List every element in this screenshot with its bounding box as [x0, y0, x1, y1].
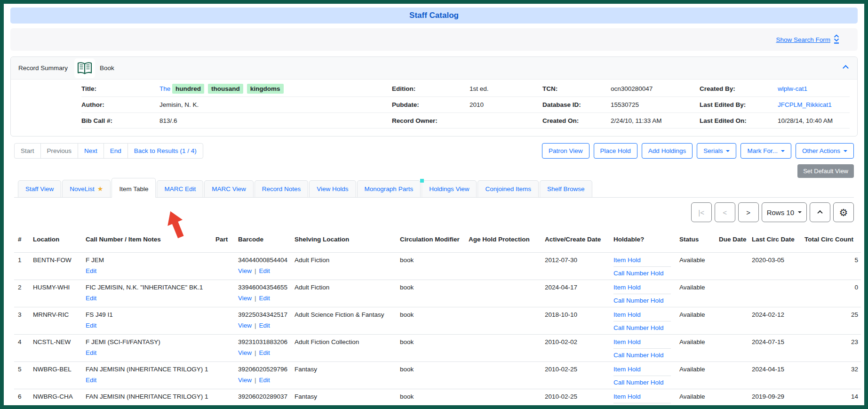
tab-record-notes[interactable]: Record Notes — [255, 180, 309, 198]
book-icon — [74, 58, 95, 78]
cell-text: F JEM — [86, 257, 210, 264]
edit-item-link[interactable]: Edit — [259, 404, 270, 409]
chevron-up-icon — [817, 210, 822, 216]
cell-active-create-date: 2018-10-10 — [542, 307, 611, 334]
column-header: Shelving Location — [292, 228, 397, 252]
cell-total-circ-count: 23 — [802, 334, 861, 361]
cell-barcode: 34044000854404View|Edit — [235, 252, 292, 280]
grid-settings-button[interactable]: ⚙ — [833, 202, 854, 222]
edit-call-number-link[interactable]: Edit — [86, 349, 96, 356]
bib-call-label: Bib Call #: — [81, 117, 159, 124]
item-links: View|Edit — [238, 295, 289, 302]
mark-for-label: Mark For... — [747, 147, 778, 154]
cell-status: Available — [677, 361, 716, 389]
end-button[interactable]: End — [104, 143, 128, 159]
show-search-form-label: Show Search Form — [776, 36, 830, 43]
next-page-button[interactable]: > — [738, 202, 759, 222]
cell-active-create-date: 2024-04-17 — [542, 280, 611, 307]
back-to-results-button[interactable]: Back to Results (1 / 4) — [127, 143, 203, 159]
patron-view-button[interactable]: Patron View — [542, 143, 589, 159]
cell-text: NCSTL-NEW — [33, 338, 80, 345]
cell-text: BENTN-FOW — [33, 257, 80, 264]
tab-marc-edit[interactable]: MARC Edit — [157, 180, 203, 198]
edit-call-number-link[interactable]: Edit — [86, 267, 96, 274]
tab-holdings-view[interactable]: Holdings View — [422, 180, 477, 198]
edit-item-link[interactable]: Edit — [259, 377, 270, 384]
start-button[interactable]: Start — [14, 143, 41, 159]
view-item-link[interactable]: View — [238, 322, 252, 329]
tab-staff-view[interactable]: Staff View — [18, 180, 61, 198]
cell-shelving-location: Fantasy — [292, 389, 397, 409]
other-actions-dropdown-button[interactable]: Other Actions — [796, 143, 854, 159]
last-edited-by-link[interactable]: JFCPLM_Rikkicat1 — [778, 101, 832, 108]
edit-item-link[interactable]: Edit — [259, 349, 270, 356]
tab-view-holds[interactable]: View Holds — [309, 180, 356, 198]
page-title: Staff Catalog — [409, 11, 459, 20]
view-item-link[interactable]: View — [238, 267, 252, 274]
call-number-hold-link[interactable]: Call Number Hold — [613, 379, 671, 386]
tab-conjoined-items[interactable]: Conjoined Items — [478, 180, 539, 198]
item-hold-link[interactable]: Item Hold — [613, 257, 671, 267]
rows-per-page-dropdown[interactable]: Rows 10 — [762, 202, 807, 222]
tab-monograph-parts[interactable]: Monograph Parts — [357, 180, 421, 198]
edit-call-number-link[interactable]: Edit — [86, 295, 96, 302]
cell-age-hold-protection — [466, 361, 542, 389]
view-item-link[interactable]: View — [238, 295, 252, 302]
cell-age-hold-protection — [466, 334, 542, 361]
view-item-link[interactable]: View — [238, 404, 252, 409]
set-default-view-button[interactable]: Set Default View — [797, 164, 854, 178]
view-item-link[interactable]: View — [238, 377, 252, 384]
call-number-hold-link[interactable]: Call Number Hold — [613, 352, 671, 359]
created-by-link[interactable]: wlplw-cat1 — [778, 85, 807, 92]
cell-active-create-date: 2010-02-02 — [542, 334, 611, 361]
edit-item-link[interactable]: Edit — [259, 322, 270, 329]
edit-call-number-link[interactable]: Edit — [86, 404, 96, 409]
first-page-button[interactable]: |< — [691, 202, 712, 222]
cell-status: Available — [677, 389, 716, 409]
previous-button[interactable]: Previous — [40, 143, 79, 159]
show-search-form-link[interactable]: Show Search Form — [776, 34, 840, 45]
collapse-grid-button[interactable] — [810, 202, 830, 222]
previous-page-button[interactable]: < — [715, 202, 735, 222]
mark-for-dropdown-button[interactable]: Mark For... — [741, 143, 791, 159]
edit-call-number-link[interactable]: Edit — [86, 322, 96, 329]
cell-total-circ-count: 5 — [802, 252, 861, 280]
call-number-hold-link[interactable]: Call Number Hold — [613, 270, 671, 277]
add-holdings-button[interactable]: Add Holdings — [642, 143, 693, 159]
cell-text: 4 — [18, 338, 27, 345]
item-hold-link[interactable]: Item Hold — [613, 311, 671, 321]
hold-links: Item HoldCall Number Hold — [613, 284, 674, 304]
view-item-link[interactable]: View — [238, 349, 252, 356]
tab-marc-view[interactable]: MARC View — [204, 180, 254, 198]
place-hold-button[interactable]: Place Hold — [594, 143, 637, 159]
title-prefix-link[interactable]: The — [159, 85, 170, 92]
call-number-hold-link[interactable]: Call Number Hold — [613, 297, 671, 304]
cell-location: BENTN-FOW — [30, 252, 83, 280]
cell-age-hold-protection — [466, 280, 542, 307]
edit-call-number-link[interactable]: Edit — [86, 377, 96, 384]
caret-down-icon — [844, 150, 847, 152]
cell-holdable: Item HoldCall Number Hold — [611, 334, 677, 361]
item-hold-link[interactable]: Item Hold — [613, 393, 671, 403]
call-number-hold-link[interactable]: Call Number Hold — [613, 406, 671, 409]
item-hold-link[interactable]: Item Hold — [613, 338, 671, 349]
tab-novelist[interactable]: NoveList★ — [62, 180, 111, 198]
next-button[interactable]: Next — [78, 143, 104, 159]
item-hold-link[interactable]: Item Hold — [613, 284, 671, 294]
edit-item-link[interactable]: Edit — [259, 267, 270, 274]
tab-item-table[interactable]: Item Table — [111, 178, 156, 198]
edit-item-link[interactable]: Edit — [259, 295, 270, 302]
cell-text: Available — [679, 257, 713, 264]
call-number-links: Edit — [86, 267, 210, 274]
item-hold-link[interactable]: Item Hold — [613, 366, 671, 376]
collapse-record-summary-chevron-icon[interactable] — [843, 65, 849, 71]
grid-pager: |< < > Rows 10 ⚙ — [14, 202, 854, 222]
cell-text: 2012-07-30 — [545, 257, 608, 264]
serials-dropdown-button[interactable]: Serials — [697, 143, 736, 159]
created-on-value: 2/24/10, 11:33 AM — [611, 117, 700, 124]
cell-status: Available — [677, 334, 716, 361]
tab-shelf-browse[interactable]: Shelf Browse — [540, 180, 592, 198]
cell-status: Available — [677, 307, 716, 334]
cell-call-number: FAN JEMISIN (INHERITANCE TRILOGY) 1Edit — [83, 389, 213, 409]
call-number-hold-link[interactable]: Call Number Hold — [613, 324, 671, 331]
